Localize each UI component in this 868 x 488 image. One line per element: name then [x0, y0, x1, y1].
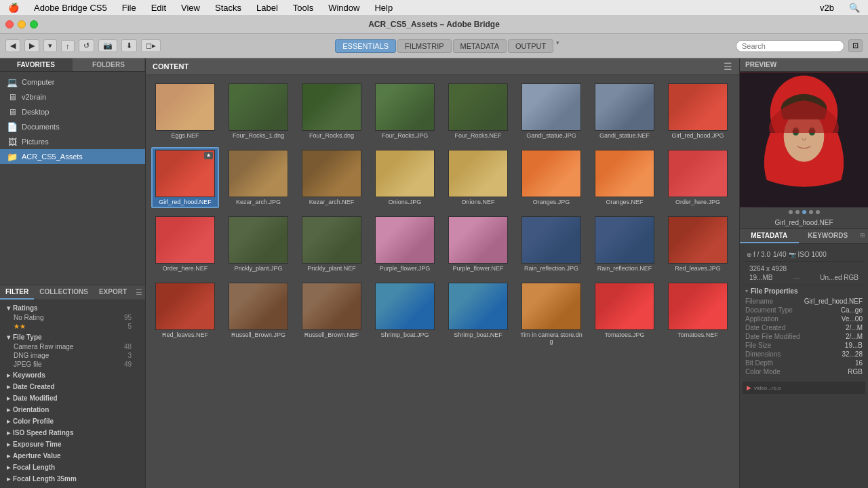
mtab-keywords[interactable]: KEYWORDS: [799, 229, 858, 243]
menu-window[interactable]: Window: [326, 3, 362, 13]
tab-essentials[interactable]: ESSENTIALS: [335, 39, 396, 53]
open-in-camera-raw-button[interactable]: 📷: [98, 39, 117, 52]
fullscreen-button[interactable]: ⊡: [848, 39, 863, 52]
menu-view[interactable]: View: [178, 3, 203, 13]
thumbnail-item-20[interactable]: Purple_flower.NEF: [444, 214, 512, 274]
dot-5[interactable]: [816, 210, 820, 214]
filter-date-created-header[interactable]: ▸ Date Created: [4, 382, 141, 392]
file-properties-toggle[interactable]: ▾ File Properties: [743, 285, 865, 297]
thumbnail-item-1[interactable]: Four_Rocks_1.dng: [224, 81, 292, 142]
ftab-collections[interactable]: COLLECTIONS: [34, 285, 94, 300]
thumbnail-item-26[interactable]: Russell_Brown.NEF: [298, 280, 366, 348]
thumbnail-item-2[interactable]: Four_Rocks.dng: [298, 81, 366, 142]
sort-button[interactable]: ☰: [724, 61, 732, 72]
forward-button[interactable]: ▶: [24, 39, 39, 52]
filter-focal-header[interactable]: ▸ Focal Length: [4, 462, 141, 472]
filter-no-rating[interactable]: No Rating 95: [4, 313, 141, 322]
ftab-filter[interactable]: FILTER: [0, 285, 34, 300]
menu-stacks[interactable]: Stacks: [212, 3, 244, 13]
thumbnail-item-5[interactable]: Gandi_statue.JPG: [517, 81, 585, 142]
thumbnail-item-8[interactable]: ★Girl_red_hood.NEF: [151, 147, 219, 208]
filter-options-icon[interactable]: ☰: [133, 285, 145, 300]
filter-exposure-header[interactable]: ▸ Exposure Time: [4, 439, 141, 449]
up-button[interactable]: ↑: [61, 40, 75, 52]
tab-metadata[interactable]: METADATA: [453, 39, 507, 53]
refine-button[interactable]: ◻▸: [141, 39, 161, 52]
tab-output[interactable]: OUTPUT: [508, 39, 553, 53]
thumbnail-item-11[interactable]: Onions.JPG: [371, 147, 439, 208]
maximize-button[interactable]: [30, 20, 38, 28]
search-icon[interactable]: 🔍: [846, 3, 863, 13]
filter-raw[interactable]: Camera Raw image 48: [4, 342, 141, 351]
tab-folders[interactable]: FOLDERS: [73, 58, 145, 71]
thumbnail-item-13[interactable]: Oranges.JPG: [517, 147, 585, 208]
nav-desktop[interactable]: 🖥 Desktop: [0, 104, 145, 119]
ftab-export[interactable]: EXPORT: [94, 285, 132, 300]
nav-v2brain[interactable]: 🖥 v2brain: [0, 89, 145, 104]
thumbnail-item-27[interactable]: Shrimp_boat.JPG: [371, 280, 439, 348]
close-button[interactable]: [5, 20, 14, 28]
nav-pictures[interactable]: 🖼 Pictures: [0, 134, 145, 149]
filter-orientation-header[interactable]: ▸ Orientation: [4, 405, 141, 415]
dot-2[interactable]: [795, 210, 800, 214]
thumbnail-item-18[interactable]: Prickly_plant.NEF: [298, 214, 366, 274]
filter-keywords-header[interactable]: ▸ Keywords: [4, 370, 141, 380]
thumbnail-item-28[interactable]: Shrimp_boat.NEF: [444, 280, 512, 348]
filter-2-star[interactable]: ★★ 5: [4, 322, 141, 331]
thumbnail-item-0[interactable]: Eggs.NEF: [151, 81, 219, 142]
nav-acr-assets[interactable]: 📁 ACR_CS5_Assets: [0, 149, 145, 164]
mtab-metadata[interactable]: METADATA: [740, 229, 799, 243]
iso-value: 📷 ISO 1000: [789, 251, 826, 258]
filter-aperture-header[interactable]: ▸ Aperture Value: [4, 451, 141, 461]
thumbnail-item-3[interactable]: Four_Rocks.JPG: [371, 81, 439, 142]
nav-documents[interactable]: 📄 Documents: [0, 119, 145, 134]
menu-app[interactable]: Adobe Bridge CS5: [31, 3, 110, 13]
thumbnail-item-31[interactable]: Tomatoes.NEF: [664, 280, 732, 348]
minimize-button[interactable]: [18, 20, 26, 28]
thumbnail-item-15[interactable]: Order_here.JPG: [664, 147, 732, 208]
menu-help[interactable]: Help: [372, 3, 395, 13]
nav-menu-button[interactable]: ▾: [43, 39, 57, 52]
thumbnail-item-30[interactable]: Tomatoes.JPG: [591, 280, 658, 348]
tab-filmstrip[interactable]: FILMSTRIP: [397, 39, 451, 53]
filter-dng[interactable]: DNG image 3: [4, 351, 141, 360]
filter-focal35-header[interactable]: ▸ Focal Length 35mm: [4, 474, 141, 484]
menu-label[interactable]: Label: [254, 3, 281, 13]
filter-iso-header[interactable]: ▸ ISO Speed Ratings: [4, 428, 141, 438]
thumbnail-item-19[interactable]: Purple_flower.JPG: [371, 214, 439, 274]
thumbnail-item-14[interactable]: Oranges.NEF: [591, 147, 658, 208]
tab-favorites[interactable]: FAVORITES: [0, 58, 73, 71]
thumbnail-item-22[interactable]: Rain_reflection.NEF: [591, 214, 658, 274]
thumbnail-item-23[interactable]: Red_leaves.JPG: [664, 214, 732, 274]
thumbnail-item-29[interactable]: Tim in camera store.dng: [517, 280, 585, 348]
menu-file[interactable]: File: [119, 3, 139, 13]
thumbnail-item-10[interactable]: Kezar_arch.NEF: [298, 147, 366, 208]
thumbnail-item-9[interactable]: Kezar_arch.JPG: [224, 147, 292, 208]
dot-1[interactable]: [789, 210, 793, 214]
get-photos-button[interactable]: ⬇: [121, 39, 137, 52]
thumbnail-item-4[interactable]: Four_Rocks.NEF: [444, 81, 512, 142]
thumbnail-item-17[interactable]: Prickly_plant.JPG: [224, 214, 292, 274]
filter-date-modified-header[interactable]: ▸ Date Modified: [4, 393, 141, 403]
filter-filetype-header[interactable]: ▾ File Type: [4, 332, 141, 342]
thumbnail-item-25[interactable]: Russell_Brown.JPG: [224, 280, 292, 348]
filter-color-profile-header[interactable]: ▸ Color Profile: [4, 416, 141, 426]
thumbnail-item-16[interactable]: Order_here.NEF: [151, 214, 219, 274]
thumbnail-item-7[interactable]: Girl_red_hood.JPG: [664, 81, 732, 142]
thumbnail-item-24[interactable]: Red_leaves.NEF: [151, 280, 219, 348]
nav-computer[interactable]: 💻 Computer: [0, 75, 145, 89]
thumbnail-item-6[interactable]: Gandi_statue.NEF: [591, 81, 658, 142]
apple-menu[interactable]: 🍎: [5, 3, 22, 13]
thumbnail-item-12[interactable]: Onions.NEF: [444, 147, 512, 208]
refresh-button[interactable]: ↺: [79, 39, 94, 52]
meta-options-icon[interactable]: ⊞: [857, 229, 868, 243]
dot-4[interactable]: [809, 210, 813, 214]
menu-edit[interactable]: Edit: [149, 3, 169, 13]
thumbnail-item-21[interactable]: Rain_reflection.JPG: [517, 214, 585, 274]
filter-jpeg[interactable]: JPEG file 49: [4, 360, 141, 369]
dot-3[interactable]: [802, 210, 806, 214]
search-input[interactable]: [736, 40, 844, 52]
filter-ratings-header[interactable]: ▾ Ratings: [4, 303, 141, 313]
back-button[interactable]: ◀: [5, 39, 20, 52]
menu-tools[interactable]: Tools: [290, 3, 316, 13]
